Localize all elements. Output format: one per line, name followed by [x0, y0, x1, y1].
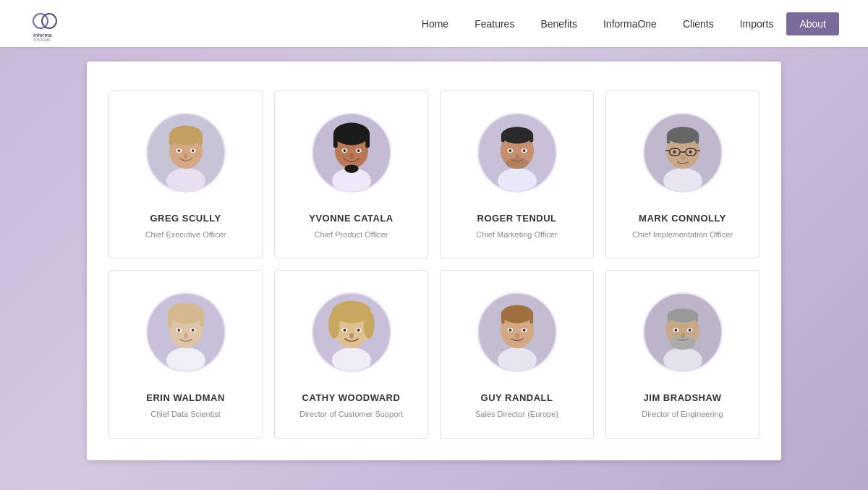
- svg-point-40: [522, 149, 525, 152]
- svg-point-68: [184, 333, 188, 339]
- svg-point-105: [681, 333, 685, 339]
- svg-point-55: [689, 151, 692, 153]
- svg-point-15: [184, 153, 188, 159]
- svg-point-91: [522, 329, 525, 332]
- member-title-roger-tendul: Chief Marketing Officer: [476, 229, 557, 240]
- svg-point-13: [177, 149, 180, 152]
- member-title-erin-waldman: Chief Data Scientist: [150, 409, 221, 420]
- member-name-cathy-woodward: CATHY WOODWARD: [302, 392, 401, 403]
- avatar-roger-tendul: [477, 113, 557, 193]
- team-card-mark-connolly: MARK CONNOLLY Chief Implementation Offic…: [605, 90, 760, 258]
- svg-rect-86: [501, 313, 504, 324]
- member-title-jim-bradshaw: Director of Engineering: [642, 409, 723, 420]
- team-card-cathy-woodward: CATHY WOODWARD Director of Customer Supp…: [274, 270, 428, 438]
- svg-point-26: [343, 149, 346, 152]
- svg-point-61: [167, 303, 203, 324]
- nav-home[interactable]: Home: [409, 12, 461, 35]
- svg-point-80: [349, 333, 354, 339]
- avatar-guy-randall: [477, 292, 557, 372]
- team-grid: GREG SCULLY Chief Executive Officer: [109, 90, 760, 439]
- svg-point-75: [363, 311, 374, 339]
- nav-features[interactable]: Features: [461, 12, 527, 35]
- team-row-2: ERIN WALDMAN Chief Data Scientist: [109, 270, 760, 438]
- svg-point-1: [42, 14, 56, 28]
- svg-point-20: [333, 123, 369, 145]
- svg-rect-87: [529, 313, 533, 324]
- svg-rect-99: [695, 315, 698, 322]
- svg-point-74: [328, 311, 339, 339]
- avatar-mark-connolly: [643, 113, 723, 193]
- svg-rect-6: [171, 172, 200, 191]
- svg-rect-21: [333, 132, 337, 148]
- svg-point-36: [506, 158, 528, 169]
- svg-point-97: [667, 309, 697, 323]
- member-name-greg-scully: GREG SCULLY: [150, 213, 221, 224]
- svg-point-41: [515, 153, 519, 159]
- svg-point-33: [501, 127, 532, 143]
- member-title-mark-connolly: Chief Implementation Officer: [632, 229, 733, 240]
- svg-point-27: [357, 149, 359, 152]
- member-name-jim-bradshaw: JIM BRADSHAW: [644, 392, 722, 403]
- svg-point-46: [666, 127, 698, 143]
- svg-rect-44: [668, 172, 697, 191]
- member-name-yvonne-catala: YVONNE CATALA: [309, 213, 393, 224]
- svg-point-23: [344, 164, 358, 173]
- member-title-greg-scully: Chief Executive Officer: [145, 229, 226, 240]
- member-name-mark-connolly: MARK CONNOLLY: [639, 213, 726, 224]
- logo-icon: informa SYSTEMS: [29, 7, 64, 41]
- team-card-yvonne-catala: YVONNE CATALA Chief Product Officer: [274, 90, 428, 258]
- svg-text:SYSTEMS: SYSTEMS: [33, 38, 51, 41]
- svg-rect-35: [529, 134, 533, 143]
- svg-rect-95: [668, 351, 697, 371]
- member-name-guy-randall: GUY RANDALL: [481, 392, 553, 403]
- svg-rect-59: [171, 351, 200, 371]
- svg-rect-18: [337, 172, 365, 191]
- member-name-roger-tendul: ROGER TENDUL: [477, 213, 557, 224]
- avatar-greg-scully: [146, 113, 226, 193]
- svg-rect-62: [167, 312, 171, 327]
- nav-imports[interactable]: Imports: [727, 12, 787, 35]
- member-name-erin-waldman: ERIN WALDMAN: [146, 392, 225, 403]
- svg-rect-9: [169, 134, 173, 145]
- svg-point-54: [673, 151, 676, 153]
- team-card-roger-tendul: ROGER TENDUL Chief Marketing Officer: [440, 90, 594, 258]
- svg-point-92: [515, 333, 519, 339]
- nav-about[interactable]: About: [786, 12, 839, 35]
- svg-point-39: [509, 149, 511, 152]
- svg-rect-63: [200, 312, 204, 327]
- svg-point-14: [191, 149, 194, 152]
- svg-point-79: [357, 329, 359, 332]
- member-title-cathy-woodward: Director of Customer Support: [299, 409, 403, 420]
- avatar-erin-waldman: [146, 292, 226, 372]
- avatar-cathy-woodward: [312, 292, 391, 372]
- team-card-guy-randall: GUY RANDALL Sales Director (Europe): [440, 270, 594, 438]
- svg-point-0: [33, 14, 48, 28]
- svg-point-66: [177, 329, 180, 332]
- main-nav: Home Features Benefits InformaOne Client…: [409, 12, 839, 35]
- team-card-erin-waldman: ERIN WALDMAN Chief Data Scientist: [109, 270, 263, 438]
- nav-benefits[interactable]: Benefits: [527, 12, 590, 35]
- svg-point-28: [349, 153, 354, 159]
- page-wrapper: GREG SCULLY Chief Executive Officer: [0, 47, 868, 490]
- nav-informaone[interactable]: InformaOne: [590, 12, 670, 35]
- member-title-guy-randall: Sales Director (Europe): [475, 409, 558, 420]
- logo[interactable]: informa SYSTEMS: [29, 7, 64, 41]
- site-header: informa SYSTEMS Home Features Benefits I…: [0, 0, 868, 47]
- svg-point-103: [674, 329, 677, 332]
- team-card-jim-bradshaw: JIM BRADSHAW Director of Engineering: [605, 270, 760, 438]
- svg-rect-22: [365, 132, 370, 148]
- svg-rect-31: [503, 172, 531, 191]
- svg-rect-98: [667, 315, 670, 322]
- svg-rect-10: [198, 134, 203, 145]
- avatar-jim-bradshaw: [643, 292, 723, 372]
- svg-point-104: [688, 329, 691, 332]
- svg-rect-83: [503, 351, 531, 371]
- svg-text:informa: informa: [33, 33, 52, 38]
- svg-rect-71: [337, 351, 365, 371]
- svg-point-78: [343, 329, 346, 332]
- avatar-yvonne-catala: [312, 113, 391, 193]
- svg-point-85: [501, 305, 532, 324]
- nav-clients[interactable]: Clients: [670, 12, 727, 35]
- svg-point-8: [169, 125, 202, 145]
- svg-point-67: [191, 329, 194, 332]
